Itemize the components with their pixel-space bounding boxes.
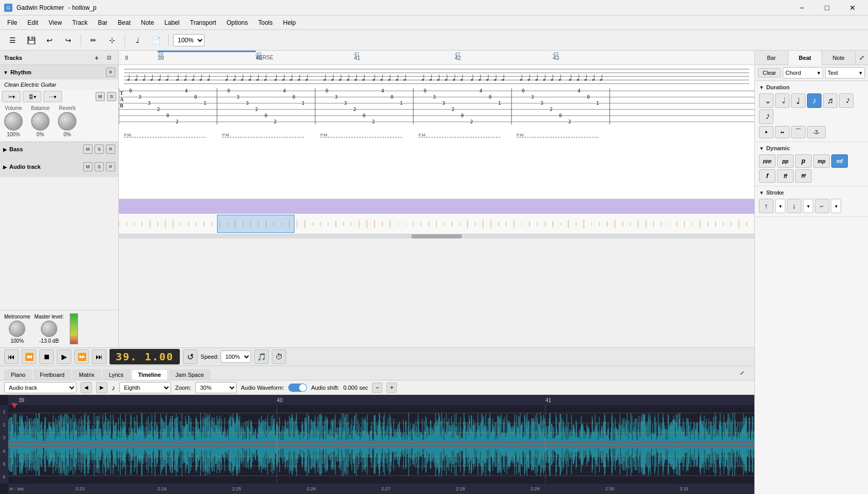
triplet-btn[interactable]: -3- xyxy=(807,126,826,138)
menu-note[interactable]: Note xyxy=(136,17,159,28)
tab-jamspace[interactable]: Jam Space xyxy=(169,369,211,380)
tab-matrix[interactable]: Matrix xyxy=(72,369,101,380)
dyn-f[interactable]: f xyxy=(759,169,776,183)
hscrollbar[interactable] xyxy=(119,234,754,238)
hscroll-thumb[interactable] xyxy=(411,234,462,238)
play-btn[interactable]: ▶ xyxy=(57,349,71,364)
dyn-mf[interactable]: mf xyxy=(831,154,848,168)
dyn-fff[interactable]: fff xyxy=(795,169,812,183)
chord-dropdown[interactable]: Chord ▾ xyxy=(783,67,823,78)
zoom-select[interactable]: 100% 75% 150% xyxy=(173,34,205,46)
more-btn[interactable]: ···▾ xyxy=(43,91,62,102)
tab-fretboard[interactable]: Fretboard xyxy=(33,369,71,380)
dynamic-arrow[interactable]: ▼ xyxy=(759,146,764,151)
stroke-brush-dropdown[interactable]: ▾ xyxy=(831,199,841,213)
rewind-start-btn[interactable]: ⏮ xyxy=(4,349,19,364)
fast-forward-btn[interactable]: ⏩ xyxy=(74,349,89,364)
close-btn[interactable]: ✕ xyxy=(841,0,864,15)
zoom-select[interactable]: 30% 50% 100% xyxy=(195,382,237,393)
menu-file[interactable]: File xyxy=(2,17,22,28)
pencil-btn[interactable]: ✏ xyxy=(85,33,102,47)
master-knob[interactable] xyxy=(41,321,57,337)
menu-beat[interactable]: Beat xyxy=(113,17,136,28)
audio-header[interactable]: ▶ Audio track M S ✕ xyxy=(0,156,118,177)
right-tab-bar[interactable]: Bar xyxy=(755,51,788,65)
cursor-btn[interactable]: ⊹ xyxy=(104,33,120,47)
save-btn[interactable]: 💾 xyxy=(23,33,39,47)
volume-knob[interactable] xyxy=(4,112,23,131)
rewind-btn[interactable]: ⏪ xyxy=(22,349,36,364)
menu-tools[interactable]: Tools xyxy=(253,17,278,28)
shift-plus-btn[interactable]: + xyxy=(386,383,397,393)
track-select[interactable]: Audio track xyxy=(4,382,76,393)
menu-transport[interactable]: Transport xyxy=(185,17,222,28)
rhythm-mute-btn[interactable]: M xyxy=(96,92,105,101)
prev-btn[interactable]: ◀ xyxy=(81,382,92,393)
dyn-p[interactable]: p xyxy=(795,154,812,168)
menu-label[interactable]: Label xyxy=(159,17,184,28)
dur-quarter[interactable]: ♩ xyxy=(791,93,805,108)
rhythm-solo-btn[interactable]: S xyxy=(107,92,116,101)
stop-btn[interactable]: ⏹ xyxy=(39,349,54,364)
text-btn[interactable]: 📄 xyxy=(148,33,164,47)
menu-track[interactable]: Track xyxy=(67,17,93,28)
minimize-btn[interactable]: − xyxy=(790,0,813,15)
tracks-fit-btn[interactable]: ⊡ xyxy=(104,53,114,63)
loop-btn[interactable]: ↺ xyxy=(183,349,197,364)
dot-double-btn[interactable]: •• xyxy=(775,126,789,138)
maximize-btn[interactable]: □ xyxy=(815,0,839,15)
tab-timeline[interactable]: Timeline xyxy=(131,369,167,380)
redo-btn[interactable]: ↪ xyxy=(60,33,76,47)
add-track-btn[interactable]: + xyxy=(91,53,102,63)
dyn-mp[interactable]: mp xyxy=(813,154,830,168)
fx-btn[interactable]: 🎛▾ xyxy=(23,91,41,102)
duration-arrow[interactable]: ▼ xyxy=(759,85,764,90)
selected-audio-block[interactable] xyxy=(217,215,295,233)
hamburger-btn[interactable]: ☰ xyxy=(4,33,21,47)
bass-solo-btn[interactable]: S xyxy=(95,145,104,154)
dur-64th[interactable]: 𝅘𝅥𝅰 xyxy=(759,109,773,124)
next-btn[interactable]: ▶ xyxy=(96,382,107,393)
tie-btn[interactable]: ⌒ xyxy=(791,126,805,138)
undo-btn[interactable]: ↩ xyxy=(41,33,58,47)
tab-lyrics[interactable]: Lyrics xyxy=(102,369,130,380)
note-btn[interactable]: ♩ xyxy=(129,33,146,47)
stroke-down-dropdown[interactable]: ▾ xyxy=(803,199,813,213)
metronome-knob[interactable] xyxy=(9,321,25,337)
menu-edit[interactable]: Edit xyxy=(22,17,43,28)
text-dropdown[interactable]: Text ▾ xyxy=(825,67,865,78)
dyn-ff[interactable]: ff xyxy=(777,169,794,183)
dyn-pp[interactable]: pp xyxy=(777,154,794,168)
dur-half[interactable]: 𝅗𝅥 xyxy=(775,93,789,108)
menu-options[interactable]: Options xyxy=(221,17,253,28)
menu-view[interactable]: View xyxy=(43,17,67,28)
audio-close-btn[interactable]: ✕ xyxy=(106,162,115,171)
note-select[interactable]: Eighth Quarter Half xyxy=(119,382,171,393)
audio-solo-btn[interactable]: S xyxy=(95,162,104,171)
metronome-transport-btn[interactable]: 🎵 xyxy=(254,349,269,364)
rhythm-close-btn[interactable]: ✕ xyxy=(106,68,115,77)
reverb-knob[interactable] xyxy=(58,112,76,131)
balance-knob[interactable] xyxy=(31,112,50,131)
expand-bottom-btn[interactable]: ⤢ xyxy=(734,365,750,380)
clear-btn[interactable]: Clear xyxy=(758,68,781,77)
fast-forward-end-btn[interactable]: ⏭ xyxy=(92,349,106,364)
stroke-arrow[interactable]: ▼ xyxy=(759,190,764,196)
dur-32nd[interactable]: 𝅘𝅥𝅯 xyxy=(839,93,854,108)
bass-header[interactable]: ▶ Bass M S ✕ xyxy=(0,142,118,156)
dot-single-btn[interactable]: • xyxy=(759,126,773,138)
shift-minus-btn[interactable]: − xyxy=(372,383,382,393)
stroke-brush-btn[interactable]: ⌐ xyxy=(815,199,829,213)
dur-eighth[interactable]: ♪ xyxy=(807,93,822,108)
waveform-toggle[interactable] xyxy=(288,384,307,392)
timer-btn[interactable]: ⏱ xyxy=(272,349,286,364)
stroke-up-btn[interactable]: ↑ xyxy=(759,199,773,213)
rhythm-header[interactable]: ▼ Rhythm ✕ xyxy=(0,65,118,79)
speed-select[interactable]: 100% 75% 50% xyxy=(221,350,251,363)
right-tab-beat[interactable]: Beat xyxy=(788,51,822,65)
dur-16th[interactable]: ♬ xyxy=(823,93,838,108)
tab-piano[interactable]: Piano xyxy=(4,369,32,380)
right-tab-note[interactable]: Note xyxy=(822,51,856,65)
dur-whole[interactable]: 𝅝 xyxy=(759,93,773,108)
stroke-down-btn[interactable]: ↓ xyxy=(787,199,801,213)
